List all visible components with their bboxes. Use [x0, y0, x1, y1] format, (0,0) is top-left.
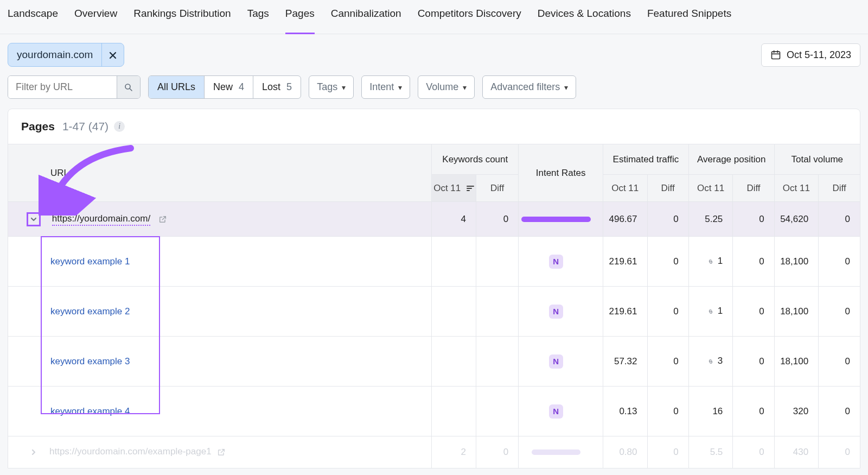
cell-pos-diff: 0 [733, 337, 774, 387]
domain-chip-remove[interactable] [102, 45, 124, 66]
cell-vol: 54,620 [774, 202, 819, 237]
subcol-pos-diff[interactable]: Diff [733, 175, 774, 202]
subcol-vol-diff[interactable]: Diff [819, 175, 860, 202]
cell-vol: 18,100 [774, 287, 819, 337]
segment-new-label: New [213, 81, 233, 92]
cell-intent: N [519, 337, 603, 387]
filter-volume[interactable]: Volume ▾ [418, 75, 475, 99]
subcol-kw-date[interactable]: Oct 11 [432, 175, 476, 202]
tab-overview[interactable]: Overview [74, 8, 117, 25]
subcol-kw-diff[interactable]: Diff [476, 175, 518, 202]
pages-title: Pages [21, 120, 55, 133]
intent-bar [521, 217, 591, 222]
info-icon[interactable]: i [114, 121, 125, 132]
expand-toggle[interactable] [27, 445, 41, 459]
cell-pos: 3 [688, 337, 733, 387]
subcol-vol-date[interactable]: Oct 11 [774, 175, 819, 202]
link-icon [706, 256, 716, 267]
cell-vol: 18,100 [774, 237, 819, 287]
url-filter-search-button[interactable] [117, 76, 140, 98]
keyword-link[interactable]: keyword example 2 [50, 306, 130, 316]
cell-pos-diff: 0 [733, 436, 774, 468]
subcol-traffic-diff[interactable]: Diff [647, 175, 688, 202]
date-range-button[interactable]: Oct 5-11, 2023 [761, 43, 860, 67]
col-intent-rates[interactable]: Intent Rates [519, 144, 603, 202]
cell-kw-count [432, 237, 476, 287]
col-estimated-traffic[interactable]: Estimated traffic [603, 144, 688, 175]
intent-badge: N [549, 404, 563, 419]
col-total-volume[interactable]: Total volume [774, 144, 860, 175]
cell-traffic: 496.67 [603, 202, 647, 237]
segment-all-urls[interactable]: All URLs [149, 76, 205, 98]
cell-kw-diff: 0 [476, 436, 518, 468]
cell-intent: N [519, 387, 603, 436]
tab-pages[interactable]: Pages [285, 8, 315, 34]
segment-new[interactable]: New 4 [205, 76, 253, 98]
url-filter-input[interactable] [8, 76, 117, 98]
cell-vol-diff: 0 [819, 202, 860, 237]
subcol-pos-date[interactable]: Oct 11 [688, 175, 733, 202]
cell-traffic: 219.61 [603, 237, 647, 287]
filter-tags[interactable]: Tags ▾ [309, 75, 354, 99]
filter-volume-label: Volume [426, 81, 458, 93]
page-url[interactable]: https://yourdomain.com/ [52, 213, 150, 226]
segment-new-count: 4 [239, 81, 244, 92]
page-url[interactable]: https://yourdomain.com/example-page1 [49, 446, 212, 457]
cell-vol: 320 [774, 387, 819, 436]
segment-lost[interactable]: Lost 5 [253, 76, 301, 98]
chevron-down-icon: ▾ [564, 83, 568, 92]
segment-lost-count: 5 [286, 81, 292, 92]
calendar-icon [770, 49, 781, 60]
col-url[interactable]: URL [8, 144, 432, 202]
cell-kw-count [432, 337, 476, 387]
keyword-row: keyword example 2N219.6101018,1000 [8, 287, 860, 337]
chevron-down-icon: ▾ [398, 83, 402, 92]
tab-devices-locations[interactable]: Devices & Locations [538, 8, 631, 25]
segment-lost-label: Lost [262, 81, 280, 92]
cell-pos-diff: 0 [733, 287, 774, 337]
filter-bar-top: yourdomain.com Oct 5-11, 2023 [0, 34, 868, 67]
cell-pos-diff: 0 [733, 237, 774, 287]
filter-advanced[interactable]: Advanced filters ▾ [482, 75, 576, 99]
cell-kw-diff [476, 337, 518, 387]
cell-traffic: 0.13 [603, 387, 647, 436]
cell-kw-count: 2 [432, 436, 476, 468]
chevron-right-icon [30, 448, 37, 456]
external-link-icon[interactable] [217, 446, 226, 457]
col-average-position[interactable]: Average position [688, 144, 774, 175]
cell-traffic: 57.32 [603, 337, 647, 387]
tab-tags[interactable]: Tags [247, 8, 269, 25]
expand-toggle[interactable] [27, 212, 41, 226]
tab-cannibalization[interactable]: Cannibalization [331, 8, 401, 25]
cell-kw-count [432, 387, 476, 436]
keyword-link[interactable]: keyword example 1 [50, 256, 130, 267]
filter-intent-label: Intent [369, 81, 394, 93]
cell-vol: 430 [774, 436, 819, 468]
subcol-traffic-date[interactable]: Oct 11 [603, 175, 647, 202]
cell-traffic: 219.61 [603, 287, 647, 337]
cell-pos: 5.5 [688, 436, 733, 468]
link-icon [706, 306, 716, 316]
cell-pos: 1 [688, 237, 733, 287]
search-icon [124, 83, 133, 92]
keyword-row: keyword example 4N0.1301603200 [8, 387, 860, 436]
keyword-link[interactable]: keyword example 4 [50, 406, 130, 416]
filter-intent[interactable]: Intent ▾ [361, 75, 410, 99]
filter-advanced-label: Advanced filters [490, 81, 560, 93]
url-filter-input-wrap [8, 75, 141, 99]
pages-table: URL Keywords count Intent Rates Estimate… [8, 144, 860, 468]
keyword-link[interactable]: keyword example 3 [50, 356, 130, 366]
tab-featured-snippets[interactable]: Featured Snippets [647, 8, 731, 25]
cell-pos: 1 [688, 287, 733, 337]
cell-traffic-diff: 0 [647, 202, 688, 237]
page-row-main: https://yourdomain.com/ 4 0 496.67 0 5.2… [8, 202, 860, 237]
external-link-icon[interactable] [158, 213, 167, 224]
svg-rect-0 [771, 52, 780, 59]
tab-landscape[interactable]: Landscape [8, 8, 58, 25]
cell-traffic-diff: 0 [647, 337, 688, 387]
sort-desc-icon [467, 185, 474, 192]
cell-pos-diff: 0 [733, 202, 774, 237]
col-keywords-count[interactable]: Keywords count [432, 144, 519, 175]
tab-competitors-discovery[interactable]: Competitors Discovery [418, 8, 521, 25]
tab-rankings-distribution[interactable]: Rankings Distribution [133, 8, 231, 25]
